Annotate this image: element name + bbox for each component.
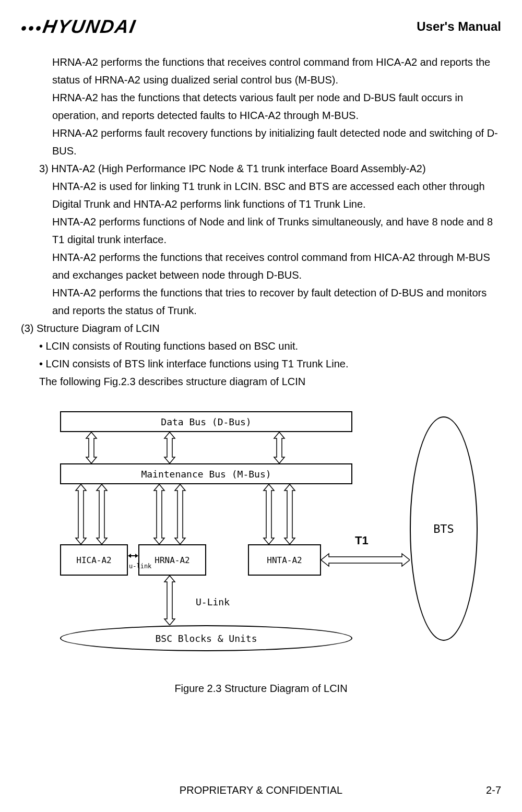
paragraph: HNTA-A2 performs functions of Node and l…: [21, 213, 501, 248]
paragraph: The following Fig.2.3 describes structur…: [21, 373, 501, 390]
logo-text: HYUNDAI: [41, 16, 138, 37]
paragraph: HRNA-A2 performs fault recovery function…: [21, 124, 501, 160]
svg-marker-7: [264, 484, 274, 544]
paragraph: • LCIN consists of Routing functions bas…: [21, 337, 501, 355]
ulink-small-label: u-link: [129, 563, 151, 570]
svg-marker-6: [175, 484, 185, 544]
page-footer: PROPRIETARY & CONFIDENTIAL 2-7: [21, 784, 501, 796]
arrow-vert-icon: [172, 484, 188, 544]
logo-dots-icon: ●●●: [20, 22, 44, 34]
page-header: ●●●HYUNDAI User's Manual: [21, 16, 501, 38]
hyundai-logo: ●●●HYUNDAI: [19, 16, 138, 38]
hica-box: HICA-A2: [60, 544, 128, 576]
paragraph: HRNA-A2 performs the functions that rece…: [21, 53, 501, 89]
paragraph: (3) Structure Diagram of LCIN: [21, 319, 501, 337]
svg-marker-12: [135, 554, 138, 558]
arrow-vert-icon: [162, 576, 177, 625]
arrow-horiz-icon: [128, 552, 138, 560]
arrow-horiz-icon: [321, 550, 410, 570]
paragraph: HNTA-A2 performs the functions that trie…: [21, 284, 501, 319]
manual-title: User's Manual: [417, 19, 501, 34]
arrow-vert-icon: [261, 484, 277, 544]
paragraph: HNTA-A2 is used for linking T1 trunk in …: [21, 177, 501, 213]
lcin-diagram: Data Bus (D-Bus) Maintenance Bus (M-Bus)…: [39, 411, 483, 662]
bsc-ellipse: BSC Blocks & Units: [60, 625, 352, 651]
arrow-vert-icon: [271, 432, 287, 463]
svg-marker-2: [274, 432, 284, 463]
svg-marker-0: [86, 432, 97, 463]
page-number: 2-7: [486, 784, 501, 796]
dbus-box: Data Bus (D-Bus): [60, 411, 352, 432]
svg-marker-9: [164, 576, 175, 625]
arrow-vert-icon: [84, 432, 99, 463]
t1-label: T1: [355, 534, 369, 547]
ulink-label: U-Link: [196, 596, 230, 607]
svg-marker-4: [97, 484, 107, 544]
arrow-vert-icon: [73, 484, 89, 544]
arrow-vert-icon: [151, 484, 167, 544]
paragraph: HRNA-A2 has the functions that detects v…: [21, 89, 501, 124]
body-content: HRNA-A2 performs the functions that rece…: [21, 53, 501, 390]
svg-marker-13: [321, 554, 410, 566]
footer-proprietary: PROPRIETARY & CONFIDENTIAL: [180, 784, 342, 796]
figure-caption: Figure 2.3 Structure Diagram of LCIN: [21, 683, 501, 695]
mbus-box: Maintenance Bus (M-Bus): [60, 463, 352, 484]
paragraph: HNTA-A2 performs the functions that rece…: [21, 248, 501, 284]
svg-marker-5: [154, 484, 164, 544]
hrna-box: HRNA-A2: [138, 544, 206, 576]
paragraph: 3) HNTA-A2 (High Performance IPC Node & …: [21, 160, 501, 177]
svg-marker-1: [164, 432, 175, 463]
svg-marker-11: [128, 554, 131, 558]
hnta-box: HNTA-A2: [248, 544, 321, 576]
arrow-vert-icon: [162, 432, 177, 463]
arrow-vert-icon: [94, 484, 110, 544]
svg-marker-8: [284, 484, 295, 544]
bts-ellipse: BTS: [410, 416, 478, 641]
svg-marker-3: [76, 484, 86, 544]
arrow-vert-icon: [282, 484, 298, 544]
paragraph: • LCIN consists of BTS link interface fu…: [21, 355, 501, 373]
